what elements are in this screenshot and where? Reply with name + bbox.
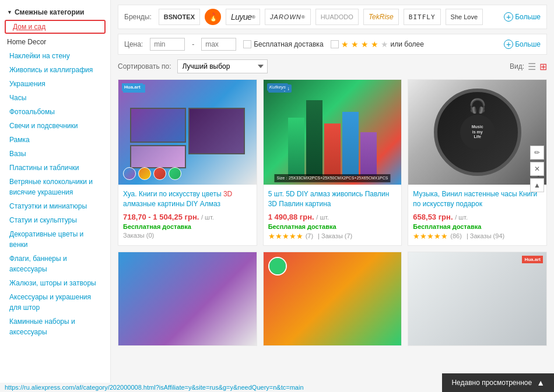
product-card-6[interactable]: Hua.art: [408, 252, 547, 346]
view-label-text: Вид:: [510, 62, 524, 70]
price-label: Цена:: [124, 40, 143, 48]
stars-2: ★★★★★: [268, 232, 303, 241]
star-5-empty: ★: [381, 40, 388, 49]
product-unit-3: / шт.: [455, 214, 468, 221]
sidebar-item-7[interactable]: Вазы: [0, 147, 110, 161]
view-list-icon[interactable]: ☰: [528, 61, 536, 72]
product-delivery-2: Бесплатная доставка: [268, 223, 397, 230]
main-content: Бренды: BSNOTEX 🔥 Luyue® JAROWN® HUADODO…: [111, 0, 554, 392]
sidebar-item-1[interactable]: Живопись и каллиграфия: [0, 63, 110, 77]
sidebar-item-13[interactable]: Флаги, баннеры и аксессуары: [0, 252, 110, 276]
product-orders-1: Заказы (0): [123, 232, 252, 239]
sidebar-item-9[interactable]: Ветряные колокольчики и висячие украшени…: [0, 175, 110, 199]
product-card-3[interactable]: Musicis myLife 🎧 ♪♫ ✏ ✕ ▲: [408, 79, 547, 246]
stars-filter[interactable]: ★ ★ ★ ★ ★ или более: [331, 40, 424, 49]
free-delivery-filter[interactable]: Бесплатная доставка: [243, 40, 323, 48]
free-delivery-checkbox[interactable]: [243, 40, 251, 48]
price-dash: -: [192, 40, 194, 48]
brand-badge-2: Kufkeys: [267, 83, 288, 91]
sidebar-dom-link[interactable]: Дом и сад: [5, 20, 106, 34]
product-img-4: [118, 252, 257, 345]
status-url: https://ru.aliexpress.com/af/category/20…: [5, 384, 304, 391]
price-min-input[interactable]: [150, 38, 185, 51]
edit-btn-3[interactable]: ✏: [530, 146, 544, 160]
sidebar-item-12[interactable]: Декоративные цветы и венки: [0, 227, 110, 252]
filters-more-btn[interactable]: + Больше: [504, 40, 541, 49]
card-actions-3: ✏ ✕ ▲: [530, 146, 544, 192]
product-title-3[interactable]: Музыка, Винил настенные часы Книги по ис…: [413, 189, 542, 209]
more-circle-icon: +: [504, 12, 513, 22]
star-3: ★: [361, 40, 369, 49]
sidebar-header-text: Смежные категории: [15, 8, 85, 16]
brand-badge-5: [268, 257, 287, 276]
sidebar-item-11[interactable]: Статуи и скульптуры: [0, 213, 110, 227]
product-grid: Hua.art Хуа.: [118, 79, 547, 346]
product-delivery-1: Бесплатная доставка: [123, 223, 252, 230]
sidebar-item-16[interactable]: Каминные наборы и аксессуары: [0, 315, 110, 339]
sidebar-item-5[interactable]: Свечи и подсвечники: [0, 119, 110, 133]
product-price-3: 658,53 грн. / шт.: [413, 213, 542, 221]
brand-texrise[interactable]: TekRise: [363, 9, 399, 25]
brand-shelove[interactable]: She Love: [446, 9, 483, 25]
brand-bitfly[interactable]: BITFLY: [404, 9, 441, 25]
sidebar: Смежные категории Дом и сад Home Decor Н…: [0, 0, 111, 392]
product-price-text-3: 658,53 грн.: [413, 213, 453, 221]
product-info-3: Музыка, Винил настенные часы Книги по ис…: [408, 185, 546, 245]
product-delivery-3: Бесплатная доставка: [413, 223, 542, 230]
status-bar: https://ru.aliexpress.com/af/category/20…: [0, 383, 308, 392]
brand-orange[interactable]: 🔥: [205, 9, 221, 25]
product-card-1[interactable]: Hua.art Хуа.: [118, 79, 257, 246]
sidebar-items: Наклейки на стенуЖивопись и каллиграфияУ…: [0, 49, 110, 339]
sidebar-item-8[interactable]: Пластины и таблички: [0, 161, 110, 175]
close-btn-3[interactable]: ✕: [530, 162, 544, 176]
brand-badge-6: Hua.art: [522, 256, 543, 263]
sidebar-item-4[interactable]: Фотоальбомы: [0, 105, 110, 119]
star-4: ★: [371, 40, 378, 49]
product-rating-3: ★★★★★ (86) | Заказы (94): [413, 232, 542, 241]
sidebar-item-14[interactable]: Жалюзи, шторы и затворы: [0, 276, 110, 290]
sidebar-item-3[interactable]: Часы: [0, 91, 110, 105]
product-card-5[interactable]: [263, 252, 402, 346]
sort-label: Сортировать по:: [118, 62, 171, 70]
product-img-2: Kufkeys Size：25X33CMX2PCS+25X50CMX2PCS+2…: [264, 80, 402, 185]
rating-count-3: (86): [450, 232, 462, 239]
product-card-2[interactable]: Kufkeys Size：25X33CMX2PCS+25X50CMX2PCS+2…: [263, 79, 402, 246]
sidebar-item-6[interactable]: Рамка: [0, 133, 110, 147]
product-rating-2: ★★★★★ (7) | Заказы (7): [268, 232, 397, 241]
product-info-2: 5 шт. 5D DIY алмаз живопись Павлин 3D Па…: [264, 185, 402, 245]
product-price-2: 1 490,88 грн. / шт.: [268, 213, 397, 221]
brands-more-btn[interactable]: + Больше: [504, 12, 541, 22]
star-2: ★: [351, 40, 359, 49]
brand-bsnotex[interactable]: BSNOTEX: [159, 9, 200, 25]
product-title-2[interactable]: 5 шт. 5D DIY алмаз живопись Павлин 3D Па…: [268, 189, 397, 209]
product-price-text-2: 1 490,88 грн.: [268, 213, 314, 221]
product-img-3: Musicis myLife 🎧 ♪♫: [408, 80, 546, 185]
price-max-input[interactable]: [201, 38, 236, 51]
brands-more-label: Больше: [515, 13, 541, 21]
recently-viewed-bar[interactable]: Недавно просмотренное ▲: [442, 373, 554, 392]
sidebar-item-2[interactable]: Украшения: [0, 77, 110, 91]
brand-huadodo[interactable]: HUADODO: [315, 9, 359, 25]
stars-3: ★★★★★: [413, 232, 448, 241]
brands-label: Бренды:: [124, 13, 152, 21]
brand-luyue[interactable]: Luyue®: [226, 9, 260, 25]
sidebar-item-0[interactable]: Наклейки на стену: [0, 49, 110, 63]
product-title-1[interactable]: Хуа. Книги по искусству цветы 3D алмазны…: [123, 189, 252, 209]
filters-more-circle: +: [504, 40, 513, 49]
view-grid-icon[interactable]: ⊞: [539, 61, 547, 72]
product-card-4[interactable]: [118, 252, 257, 346]
sort-select[interactable]: Лучший выбор Новинки Цена по возрастанию…: [177, 59, 268, 73]
product-unit-2: / шт.: [316, 214, 329, 221]
sort-bar: Сортировать по: Лучший выбор Новинки Цен…: [118, 59, 547, 73]
stars-checkbox[interactable]: [331, 40, 339, 48]
sidebar-item-15[interactable]: Аксессуары и украшения для штор: [0, 290, 110, 315]
brand-jarown[interactable]: JAROWN®: [265, 9, 311, 25]
product-price-1: 718,70 - 1 504,25 грн. / шт.: [123, 213, 252, 221]
free-delivery-label: Бесплатная доставка: [254, 40, 323, 48]
up-btn-3[interactable]: ▲: [530, 178, 544, 192]
recently-viewed-label: Недавно просмотренное: [451, 379, 532, 387]
star-1: ★: [341, 40, 349, 49]
rating-label: или более: [391, 40, 424, 48]
sidebar-item-10[interactable]: Статуэтки и миниатюры: [0, 199, 110, 213]
view-label: Вид: ☰ ⊞: [510, 61, 547, 72]
